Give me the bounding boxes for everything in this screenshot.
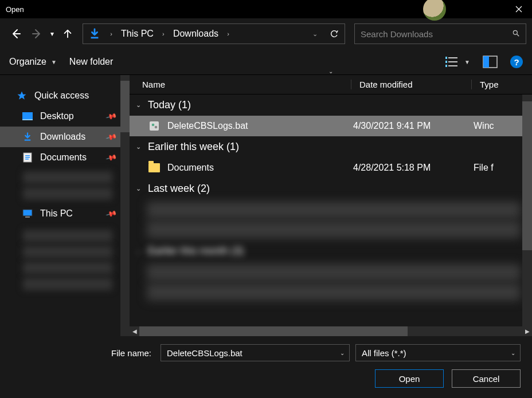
back-button[interactable] — [6, 23, 26, 44]
new-folder-button[interactable]: New folder — [69, 57, 113, 67]
view-options-button[interactable]: ▼ — [445, 56, 470, 68]
file-list: Name ⌄Date modified Type ⌄ Today (1) Del… — [130, 75, 532, 336]
redacted-file-row — [147, 202, 521, 219]
svg-rect-15 — [25, 157, 30, 158]
horizontal-scrollbar[interactable]: ◀ ▶ — [130, 326, 532, 336]
file-type-filter[interactable]: All files (*.*) ⌄ — [355, 344, 521, 361]
svg-rect-16 — [25, 159, 29, 160]
caret-down-icon[interactable]: ⌄ — [511, 350, 515, 356]
svg-rect-19 — [150, 121, 159, 131]
group-label: Last week (2) — [148, 183, 210, 195]
breadcrumb-bar[interactable]: › This PC › Downloads › ⌄ — [83, 23, 345, 44]
svg-rect-4 — [445, 65, 447, 67]
filename-value: DeleteCBSLogs.bat — [167, 348, 242, 358]
redacted-sidebar-item — [23, 246, 112, 258]
group-redacted[interactable]: ⌄Earlier this month (3) — [130, 241, 532, 262]
downloads-icon — [22, 131, 33, 143]
group-earlier-this-week[interactable]: ⌄ Earlier this week (1) — [130, 136, 532, 157]
this-pc-icon — [22, 208, 33, 219]
filename-combo[interactable]: DeleteCBSLogs.bat ⌄ — [161, 344, 350, 361]
svg-rect-9 — [483, 56, 489, 68]
column-type[interactable]: Type — [471, 80, 532, 89]
redacted-sidebar-item — [23, 262, 112, 274]
svg-rect-14 — [25, 155, 30, 156]
star-icon — [16, 90, 28, 101]
group-today[interactable]: ⌄ Today (1) — [130, 94, 532, 116]
recent-locations-button[interactable]: ▾ — [47, 23, 57, 44]
scroll-right-icon[interactable]: ▶ — [522, 328, 532, 334]
breadcrumb-this-pc[interactable]: This PC — [116, 29, 158, 39]
organize-label: Organize — [9, 57, 46, 67]
sidebar-item-documents[interactable]: Documents 📌 — [0, 147, 130, 168]
file-date: 4/30/2021 9:41 PM — [347, 121, 468, 131]
caret-down-icon[interactable]: ⌄ — [340, 350, 345, 356]
column-headers[interactable]: Name ⌄Date modified Type — [130, 75, 532, 94]
preview-pane-button[interactable] — [483, 56, 498, 68]
svg-point-20 — [152, 124, 155, 127]
forward-button[interactable] — [26, 23, 47, 44]
footer: File name: DeleteCBSLogs.bat ⌄ All files… — [0, 336, 532, 398]
caret-down-icon: ▼ — [464, 59, 470, 65]
file-name: Documents — [167, 163, 214, 173]
group-last-week[interactable]: ⌄ Last week (2) — [130, 178, 532, 199]
sidebar-item-this-pc[interactable]: This PC 📌 — [0, 203, 130, 224]
sidebar-item-label: This PC — [40, 208, 73, 219]
redacted-file-row — [147, 221, 521, 238]
open-button[interactable]: Open — [375, 369, 444, 388]
pin-icon: 📌 — [105, 208, 117, 220]
scroll-left-icon[interactable]: ◀ — [130, 328, 139, 334]
file-name: DeleteCBSLogs.bat — [167, 121, 248, 131]
window-title: Open — [6, 5, 24, 14]
svg-point-21 — [155, 126, 158, 129]
chevron-down-icon: ⌄ — [134, 101, 142, 109]
titlebar: Open — [0, 0, 532, 18]
chevron-right-icon[interactable]: › — [158, 30, 169, 37]
column-date[interactable]: ⌄Date modified — [351, 80, 471, 89]
group-label: Today (1) — [148, 99, 191, 111]
sidebar-scrollbar[interactable] — [120, 75, 130, 336]
folder-icon — [148, 161, 161, 174]
sidebar-quick-access[interactable]: Quick access — [0, 85, 130, 106]
sidebar-item-label: Downloads — [40, 132, 85, 142]
search-icon[interactable] — [512, 29, 520, 39]
svg-rect-0 — [91, 37, 99, 39]
close-button[interactable] — [506, 0, 532, 18]
toolbar: Organize ▼ New folder ▼ ? — [0, 49, 532, 74]
file-row[interactable]: DeleteCBSLogs.bat 4/30/2021 9:41 PM Winc — [130, 116, 532, 136]
svg-rect-17 — [23, 210, 32, 216]
svg-rect-2 — [445, 57, 447, 59]
vertical-scrollbar[interactable] — [522, 94, 532, 326]
svg-rect-7 — [448, 65, 457, 66]
file-date: 4/28/2021 5:18 PM — [347, 163, 468, 173]
help-button[interactable]: ? — [510, 56, 523, 68]
up-button[interactable] — [57, 23, 78, 44]
chevron-right-icon[interactable]: › — [106, 30, 116, 37]
chevron-down-icon: ⌄ — [134, 143, 142, 151]
desktop-icon — [22, 111, 33, 122]
pin-icon: 📌 — [105, 131, 117, 143]
redacted-sidebar-item — [23, 230, 112, 242]
redacted-file-row — [147, 283, 521, 301]
filter-value: All files (*.*) — [362, 348, 406, 358]
svg-rect-3 — [445, 61, 447, 63]
search-box[interactable] — [354, 23, 526, 44]
svg-rect-11 — [22, 119, 33, 120]
search-input[interactable] — [361, 29, 512, 39]
svg-rect-10 — [22, 112, 33, 119]
refresh-button[interactable] — [324, 29, 345, 38]
caret-down-icon: ▼ — [51, 59, 57, 65]
sidebar-heading-label: Quick access — [34, 90, 89, 101]
breadcrumb-downloads[interactable]: Downloads — [169, 29, 223, 39]
file-row[interactable]: Documents 4/28/2021 5:18 PM File f — [130, 157, 532, 178]
sidebar-item-downloads[interactable]: Downloads 📌 — [0, 127, 130, 147]
column-name[interactable]: Name — [130, 80, 351, 89]
organize-button[interactable]: Organize ▼ — [9, 57, 57, 67]
breadcrumb-dropdown[interactable]: ⌄ — [306, 30, 324, 38]
chevron-right-icon[interactable]: › — [223, 30, 233, 37]
pin-icon: 📌 — [105, 152, 117, 164]
sidebar-item-desktop[interactable]: Desktop 📌 — [0, 106, 130, 127]
svg-rect-6 — [448, 61, 457, 62]
redacted-file-row — [147, 264, 521, 281]
redacted-sidebar-item — [23, 187, 112, 200]
cancel-button[interactable]: Cancel — [452, 369, 521, 388]
